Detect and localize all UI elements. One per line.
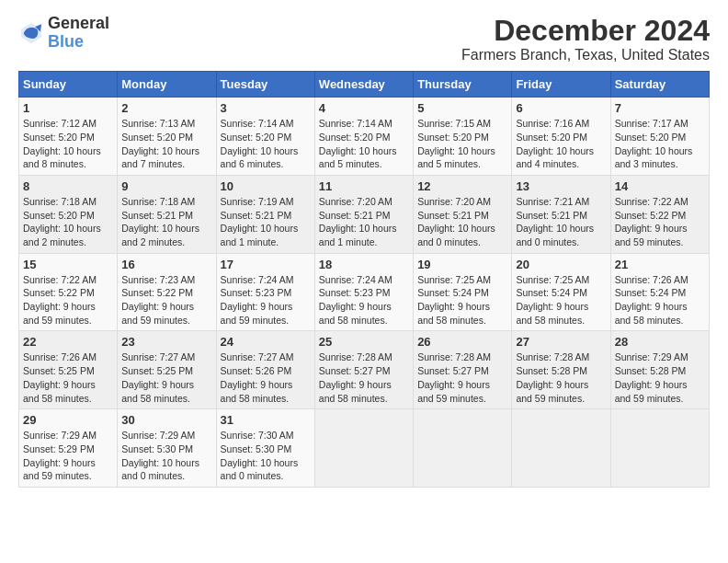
calendar-cell: 18Sunrise: 7:24 AMSunset: 5:23 PMDayligh… <box>314 253 413 331</box>
cell-content: Sunrise: 7:27 AMSunset: 5:26 PMDaylight:… <box>221 350 311 405</box>
calendar-cell: 31Sunrise: 7:30 AMSunset: 5:30 PMDayligh… <box>216 409 314 488</box>
calendar-cell: 8Sunrise: 7:18 AMSunset: 5:20 PMDaylight… <box>19 175 118 253</box>
cell-content: Sunrise: 7:23 AMSunset: 5:22 PMDaylight:… <box>121 273 211 327</box>
week-row-4: 22Sunrise: 7:26 AMSunset: 5:25 PMDayligh… <box>19 331 710 409</box>
cell-content: Sunrise: 7:12 AMSunset: 5:20 PMDaylight:… <box>23 117 113 171</box>
day-number: 26 <box>417 335 507 349</box>
calendar-cell: 16Sunrise: 7:23 AMSunset: 5:22 PMDayligh… <box>118 253 216 331</box>
calendar-cell: 24Sunrise: 7:27 AMSunset: 5:26 PMDayligh… <box>216 331 314 409</box>
day-number: 6 <box>516 101 606 115</box>
day-header-tuesday: Tuesday <box>216 72 314 98</box>
cell-content: Sunrise: 7:30 AMSunset: 5:30 PMDaylight:… <box>221 429 311 483</box>
cell-content: Sunrise: 7:14 AMSunset: 5:20 PMDaylight:… <box>319 117 409 171</box>
calendar-cell: 11Sunrise: 7:20 AMSunset: 5:21 PMDayligh… <box>314 175 413 253</box>
cell-content: Sunrise: 7:15 AMSunset: 5:20 PMDaylight:… <box>417 117 507 171</box>
cell-content: Sunrise: 7:24 AMSunset: 5:23 PMDaylight:… <box>319 273 409 327</box>
day-number: 18 <box>319 258 409 271</box>
calendar-table: SundayMondayTuesdayWednesdayThursdayFrid… <box>18 71 710 488</box>
week-row-1: 1Sunrise: 7:12 AMSunset: 5:20 PMDaylight… <box>19 98 710 176</box>
calendar-cell: 9Sunrise: 7:18 AMSunset: 5:21 PMDaylight… <box>118 175 216 253</box>
calendar-cell <box>314 409 413 488</box>
calendar-cell: 19Sunrise: 7:25 AMSunset: 5:24 PMDayligh… <box>414 253 512 331</box>
cell-content: Sunrise: 7:25 AMSunset: 5:24 PMDaylight:… <box>516 273 606 327</box>
day-number: 1 <box>23 101 113 115</box>
day-number: 21 <box>615 258 705 271</box>
cell-content: Sunrise: 7:18 AMSunset: 5:20 PMDaylight:… <box>23 195 113 249</box>
title-area: December 2024 Farmers Branch, Texas, Uni… <box>461 15 710 63</box>
calendar-cell: 22Sunrise: 7:26 AMSunset: 5:25 PMDayligh… <box>19 331 118 409</box>
calendar-cell: 12Sunrise: 7:20 AMSunset: 5:21 PMDayligh… <box>414 175 512 253</box>
calendar-cell: 29Sunrise: 7:29 AMSunset: 5:29 PMDayligh… <box>19 409 118 488</box>
calendar-cell: 2Sunrise: 7:13 AMSunset: 5:20 PMDaylight… <box>118 98 216 176</box>
calendar-cell: 15Sunrise: 7:22 AMSunset: 5:22 PMDayligh… <box>19 253 118 331</box>
day-number: 4 <box>319 101 409 115</box>
day-number: 3 <box>221 101 311 115</box>
cell-content: Sunrise: 7:26 AMSunset: 5:24 PMDaylight:… <box>615 273 705 327</box>
cell-content: Sunrise: 7:21 AMSunset: 5:21 PMDaylight:… <box>516 195 606 249</box>
cell-content: Sunrise: 7:24 AMSunset: 5:23 PMDaylight:… <box>221 273 311 327</box>
day-number: 2 <box>121 101 211 115</box>
calendar-cell: 26Sunrise: 7:28 AMSunset: 5:27 PMDayligh… <box>414 331 512 409</box>
days-header-row: SundayMondayTuesdayWednesdayThursdayFrid… <box>19 72 710 98</box>
cell-content: Sunrise: 7:14 AMSunset: 5:20 PMDaylight:… <box>221 117 311 171</box>
day-header-thursday: Thursday <box>414 72 512 98</box>
day-number: 19 <box>417 258 507 271</box>
day-header-monday: Monday <box>118 72 216 98</box>
week-row-2: 8Sunrise: 7:18 AMSunset: 5:20 PMDaylight… <box>19 175 710 253</box>
cell-content: Sunrise: 7:29 AMSunset: 5:28 PMDaylight:… <box>615 350 705 405</box>
cell-content: Sunrise: 7:19 AMSunset: 5:21 PMDaylight:… <box>221 195 311 249</box>
day-number: 7 <box>615 101 705 115</box>
cell-content: Sunrise: 7:20 AMSunset: 5:21 PMDaylight:… <box>417 195 507 249</box>
day-number: 14 <box>615 179 705 193</box>
day-number: 30 <box>121 413 211 427</box>
calendar-cell <box>610 409 709 488</box>
calendar-cell: 28Sunrise: 7:29 AMSunset: 5:28 PMDayligh… <box>610 331 709 409</box>
calendar-cell: 7Sunrise: 7:17 AMSunset: 5:20 PMDaylight… <box>610 98 709 176</box>
day-number: 13 <box>516 179 606 193</box>
day-number: 5 <box>417 101 507 115</box>
calendar-cell: 23Sunrise: 7:27 AMSunset: 5:25 PMDayligh… <box>118 331 216 409</box>
calendar-cell: 10Sunrise: 7:19 AMSunset: 5:21 PMDayligh… <box>216 175 314 253</box>
calendar-cell <box>512 409 610 488</box>
calendar-cell: 6Sunrise: 7:16 AMSunset: 5:20 PMDaylight… <box>512 98 610 176</box>
cell-content: Sunrise: 7:13 AMSunset: 5:20 PMDaylight:… <box>121 117 211 171</box>
cell-content: Sunrise: 7:16 AMSunset: 5:20 PMDaylight:… <box>516 117 606 171</box>
day-number: 16 <box>121 258 211 271</box>
calendar-cell: 21Sunrise: 7:26 AMSunset: 5:24 PMDayligh… <box>610 253 709 331</box>
cell-content: Sunrise: 7:28 AMSunset: 5:27 PMDaylight:… <box>417 350 507 405</box>
day-number: 28 <box>615 335 705 349</box>
calendar-cell: 1Sunrise: 7:12 AMSunset: 5:20 PMDaylight… <box>19 98 118 176</box>
cell-content: Sunrise: 7:26 AMSunset: 5:25 PMDaylight:… <box>23 350 113 405</box>
day-number: 23 <box>121 335 211 349</box>
logo-text: General Blue <box>48 15 109 52</box>
calendar-cell: 13Sunrise: 7:21 AMSunset: 5:21 PMDayligh… <box>512 175 610 253</box>
cell-content: Sunrise: 7:25 AMSunset: 5:24 PMDaylight:… <box>417 273 507 327</box>
day-header-wednesday: Wednesday <box>314 72 413 98</box>
cell-content: Sunrise: 7:28 AMSunset: 5:28 PMDaylight:… <box>516 350 606 405</box>
day-header-saturday: Saturday <box>610 72 709 98</box>
day-number: 10 <box>221 179 311 193</box>
cell-content: Sunrise: 7:22 AMSunset: 5:22 PMDaylight:… <box>615 195 705 249</box>
day-number: 29 <box>23 413 113 427</box>
calendar-cell: 3Sunrise: 7:14 AMSunset: 5:20 PMDaylight… <box>216 98 314 176</box>
month-title: December 2024 <box>461 15 710 47</box>
cell-content: Sunrise: 7:20 AMSunset: 5:21 PMDaylight:… <box>319 195 409 249</box>
week-row-5: 29Sunrise: 7:29 AMSunset: 5:29 PMDayligh… <box>19 409 710 488</box>
day-number: 20 <box>516 258 606 271</box>
day-header-sunday: Sunday <box>19 72 118 98</box>
day-number: 27 <box>516 335 606 349</box>
day-number: 8 <box>23 179 113 193</box>
day-number: 22 <box>23 335 113 349</box>
header: General Blue December 2024 Farmers Branc… <box>18 15 710 63</box>
cell-content: Sunrise: 7:18 AMSunset: 5:21 PMDaylight:… <box>121 195 211 249</box>
cell-content: Sunrise: 7:27 AMSunset: 5:25 PMDaylight:… <box>121 350 211 405</box>
location-title: Farmers Branch, Texas, United States <box>461 47 710 63</box>
day-number: 15 <box>23 258 113 271</box>
day-number: 9 <box>121 179 211 193</box>
logo-general: General <box>48 14 109 32</box>
day-header-friday: Friday <box>512 72 610 98</box>
calendar-cell: 27Sunrise: 7:28 AMSunset: 5:28 PMDayligh… <box>512 331 610 409</box>
week-row-3: 15Sunrise: 7:22 AMSunset: 5:22 PMDayligh… <box>19 253 710 331</box>
day-number: 24 <box>221 335 311 349</box>
calendar-cell: 30Sunrise: 7:29 AMSunset: 5:30 PMDayligh… <box>118 409 216 488</box>
